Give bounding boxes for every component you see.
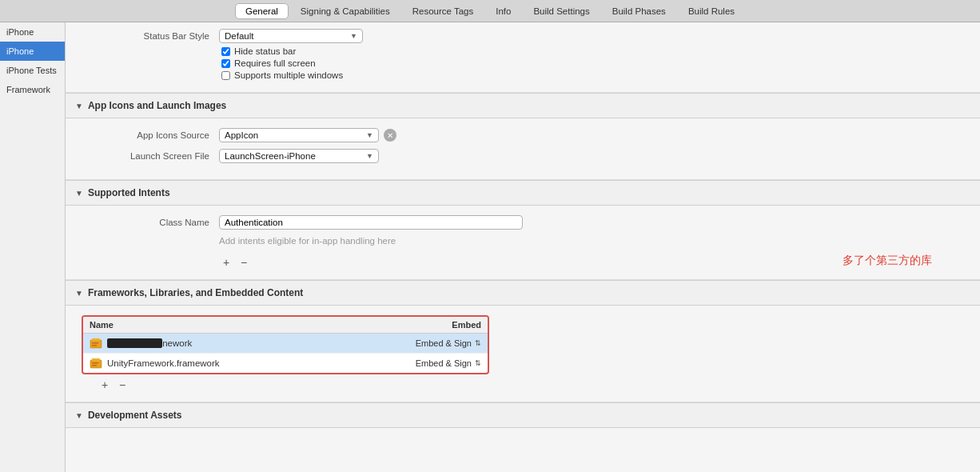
supports-multiple-windows-checkbox[interactable]	[221, 71, 230, 80]
sidebar-item-framework[interactable]: Framework	[0, 80, 65, 99]
requires-full-screen-checkbox[interactable]	[221, 59, 230, 68]
frameworks-table-container: Name Embed ███████	[82, 315, 964, 392]
frameworks-section: Name Embed ███████	[66, 315, 980, 402]
tab-build-phases[interactable]: Build Phases	[602, 3, 676, 19]
supported-intents-section: Class Name Add intents eligible for in-a…	[66, 206, 980, 280]
main-layout: iPhone iPhone iPhone Tests Framework Sta…	[0, 22, 980, 472]
launch-screen-row: Launch Screen File LaunchScreen-iPhone ▼	[82, 149, 964, 163]
add-framework-button[interactable]: +	[98, 378, 112, 392]
supported-intents-section-label: Supported Intents	[88, 187, 170, 198]
annotation-third-party: 多了个第三方的库	[843, 254, 932, 268]
tab-build-rules[interactable]: Build Rules	[678, 3, 745, 19]
frameworks-section-header[interactable]: ▼ Frameworks, Libraries, and Embedded Co…	[66, 280, 980, 306]
intents-placeholder-text: Add intents eligible for in-app handling…	[219, 236, 964, 246]
stepper-icon: ⇅	[475, 339, 481, 347]
svg-rect-3	[92, 345, 97, 346]
app-icons-clear-button[interactable]: ✕	[384, 129, 396, 142]
content-area: Status Bar Style Default ▼ Hide status b…	[66, 22, 980, 472]
app-container: General Signing & Capabilities Resource …	[0, 0, 980, 472]
table-row[interactable]: UnityFramework.framework Embed & Sign ⇅	[83, 354, 488, 373]
hide-status-bar-row: Hide status bar	[82, 46, 964, 56]
sidebar: iPhone iPhone iPhone Tests Framework	[0, 22, 66, 472]
table-row[interactable]: ████████nework Embed & Sign ⇅	[83, 334, 488, 354]
svg-rect-4	[90, 360, 102, 368]
chevron-down-icon: ▼	[75, 102, 83, 110]
status-bar-style-label: Status Bar Style	[82, 31, 209, 41]
svg-rect-5	[92, 358, 100, 361]
col-name-header: Name	[90, 320, 393, 330]
tab-build-settings[interactable]: Build Settings	[523, 3, 600, 19]
class-name-input[interactable]	[219, 215, 523, 230]
supports-multiple-windows-row: Supports multiple windows	[82, 70, 964, 80]
hide-status-bar-label: Hide status bar	[234, 46, 296, 56]
chevron-down-icon: ▼	[75, 189, 83, 198]
frameworks-buttons: + −	[98, 378, 964, 392]
launch-screen-value: LaunchScreen-iPhone	[225, 151, 316, 161]
dev-assets-content	[82, 438, 964, 462]
app-icons-source-value: AppIcon	[225, 130, 258, 140]
requires-full-screen-row: Requires full screen	[82, 58, 964, 68]
sidebar-item-iphone-1[interactable]: iPhone	[0, 42, 65, 61]
col-embed-header: Embed	[393, 320, 481, 330]
supported-intents-section-header[interactable]: ▼ Supported Intents	[66, 180, 980, 206]
sidebar-item-iphone-tests[interactable]: iPhone Tests	[0, 61, 65, 80]
status-bar-style-value: Default	[225, 31, 253, 41]
app-icons-section-header[interactable]: ▼ App Icons and Launch Images	[66, 93, 980, 118]
framework-name-redacted: ████████nework	[107, 338, 416, 348]
svg-rect-6	[92, 362, 98, 364]
app-icons-section-label: App Icons and Launch Images	[88, 100, 226, 111]
launch-screen-dropdown[interactable]: LaunchScreen-iPhone ▼	[219, 149, 379, 163]
remove-intent-button[interactable]: −	[237, 255, 251, 270]
status-bar-style-dropdown[interactable]: Default ▼	[219, 29, 363, 43]
remove-framework-button[interactable]: −	[115, 378, 129, 392]
app-icons-form: App Icons Source AppIcon ▼ ✕ Launch Scre…	[66, 118, 980, 180]
sidebar-item-iphone-0[interactable]: iPhone	[0, 22, 65, 42]
frameworks-table: Name Embed ███████	[82, 315, 489, 374]
framework-name-unity: UnityFramework.framework	[107, 358, 416, 368]
svg-rect-1	[92, 338, 100, 341]
add-intent-button[interactable]: +	[219, 255, 233, 270]
app-icons-source-label: App Icons Source	[82, 130, 209, 140]
hide-status-bar-checkbox-item: Hide status bar	[221, 46, 296, 56]
tab-signing[interactable]: Signing & Capabilities	[290, 3, 400, 19]
dev-assets-form	[66, 428, 980, 471]
intents-buttons: + −	[219, 255, 251, 270]
embed-dropdown-row2[interactable]: Embed & Sign ⇅	[416, 358, 481, 368]
svg-rect-2	[92, 342, 98, 344]
hide-status-bar-checkbox[interactable]	[221, 47, 230, 56]
framework-icon	[90, 337, 102, 350]
svg-rect-7	[92, 365, 97, 366]
app-icons-source-row: App Icons Source AppIcon ▼ ✕	[82, 128, 964, 142]
development-assets-section	[66, 428, 980, 471]
app-icons-source-dropdown[interactable]: AppIcon ▼	[219, 128, 379, 142]
class-name-label: Class Name	[82, 218, 209, 227]
chevron-down-icon: ▼	[366, 152, 373, 160]
tab-general[interactable]: General	[235, 3, 289, 19]
framework-icon	[90, 357, 102, 370]
launch-screen-label: Launch Screen File	[82, 151, 209, 161]
tab-info[interactable]: Info	[485, 3, 521, 19]
embed-value-row2: Embed & Sign	[416, 358, 472, 368]
embed-value-row1: Embed & Sign	[416, 338, 472, 348]
stepper-icon: ⇅	[475, 359, 481, 367]
status-bar-section: Status Bar Style Default ▼ Hide status b…	[66, 22, 980, 93]
chevron-down-icon: ▼	[75, 289, 83, 298]
svg-rect-0	[90, 340, 102, 348]
chevron-down-icon: ▼	[350, 32, 357, 40]
intents-form: Class Name Add intents eligible for in-a…	[66, 206, 980, 279]
requires-full-screen-checkbox-item: Requires full screen	[221, 58, 316, 68]
table-header: Name Embed	[83, 317, 488, 334]
frameworks-section-label: Frameworks, Libraries, and Embedded Cont…	[88, 287, 303, 298]
embed-dropdown-row1[interactable]: Embed & Sign ⇅	[416, 338, 481, 348]
tab-bar: General Signing & Capabilities Resource …	[0, 0, 980, 22]
development-assets-section-label: Development Assets	[88, 410, 182, 421]
requires-full-screen-label: Requires full screen	[234, 58, 316, 68]
status-bar-style-row: Status Bar Style Default ▼	[82, 29, 964, 43]
class-name-row: Class Name	[82, 215, 964, 230]
supports-multiple-windows-label: Supports multiple windows	[234, 70, 343, 80]
chevron-down-icon: ▼	[75, 411, 83, 420]
tab-resource-tags[interactable]: Resource Tags	[402, 3, 484, 19]
development-assets-section-header[interactable]: ▼ Development Assets	[66, 402, 980, 428]
chevron-down-icon: ▼	[366, 131, 373, 139]
supports-multiple-windows-checkbox-item: Supports multiple windows	[221, 70, 343, 80]
